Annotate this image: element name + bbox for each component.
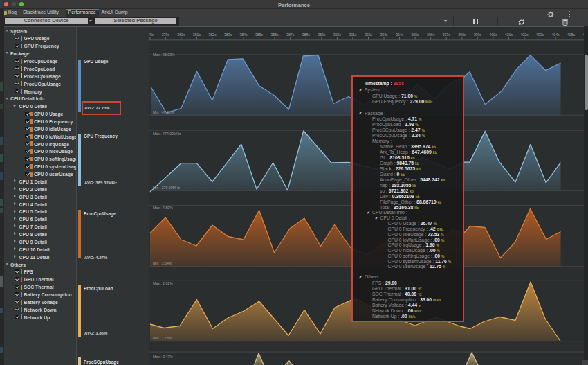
svg-text:380s: 380s	[177, 33, 185, 37]
svg-text:403s: 403s	[536, 33, 544, 37]
svg-text:396s: 396s	[427, 33, 435, 37]
svg-text:382s: 382s	[208, 33, 217, 37]
svg-text:400s: 400s	[489, 33, 497, 37]
svg-text:405s: 405s	[567, 33, 576, 37]
svg-text:383s: 383s	[224, 33, 232, 37]
svg-text:378s: 378s	[149, 33, 154, 37]
svg-text:395s: 395s	[411, 33, 419, 37]
svg-text:379s: 379s	[162, 33, 170, 37]
svg-text:401s: 401s	[505, 33, 513, 37]
svg-text:391s: 391s	[349, 33, 357, 37]
svg-text:398s: 398s	[458, 33, 466, 37]
svg-text:397s: 397s	[443, 33, 451, 37]
svg-text:402s: 402s	[520, 33, 529, 37]
svg-text:386s: 386s	[270, 33, 279, 37]
svg-text:394s: 394s	[396, 33, 404, 37]
svg-text:381s: 381s	[193, 33, 201, 37]
svg-text:387s: 387s	[286, 33, 295, 37]
svg-text:393s: 393s	[380, 33, 388, 37]
svg-text:404s: 404s	[551, 33, 560, 37]
svg-text:388s: 388s	[302, 33, 311, 37]
svg-text:390s: 390s	[333, 33, 342, 37]
svg-text:384s: 384s	[239, 33, 248, 37]
svg-text:399s: 399s	[474, 33, 482, 37]
svg-text:392s: 392s	[365, 33, 373, 37]
svg-text:389s: 389s	[318, 33, 326, 37]
